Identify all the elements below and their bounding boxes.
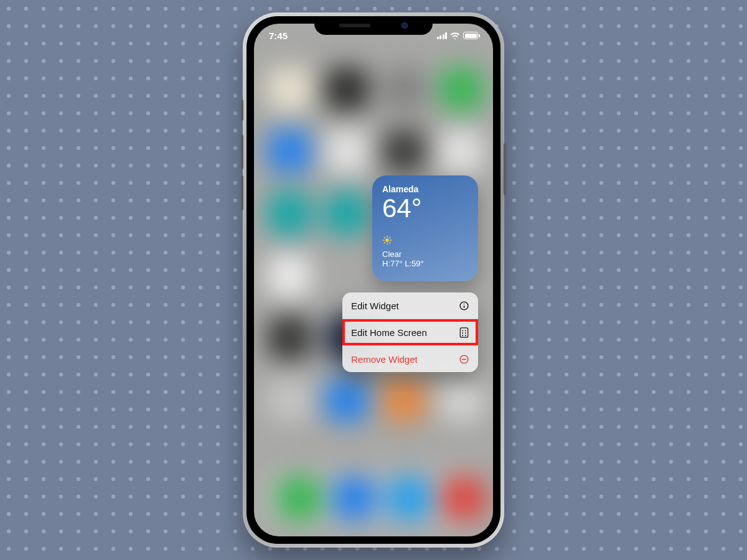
menu-item-label: Edit Home Screen [351, 327, 427, 338]
sun-icon [382, 235, 468, 247]
apps-grid-icon [458, 327, 469, 338]
minus-circle-icon [458, 353, 469, 365]
weather-location: Alameda [382, 184, 468, 194]
svg-point-14 [464, 330, 466, 331]
battery-icon [463, 32, 478, 39]
weather-condition: Clear [382, 250, 468, 259]
cell-signal-icon [437, 32, 448, 39]
volume-down-button [241, 175, 243, 210]
status-time: 7:45 [269, 30, 288, 41]
front-camera [402, 22, 408, 29]
weather-widget[interactable]: Alameda 64° Clear H:77° L:59° [372, 175, 478, 281]
menu-item-edit-widget[interactable]: Edit Widget [342, 292, 478, 319]
svg-point-11 [463, 303, 464, 304]
mute-switch [241, 100, 243, 121]
article-backdrop: 7:45 Alameda 64° C [0, 0, 747, 560]
svg-point-17 [462, 335, 463, 336]
svg-point-15 [462, 332, 463, 334]
phone-bezel: 7:45 Alameda 64° C [247, 16, 500, 544]
info-icon [458, 300, 469, 311]
side-button [504, 143, 506, 195]
weather-temperature: 64° [382, 195, 468, 222]
menu-item-label: Edit Widget [351, 301, 399, 311]
svg-line-8 [389, 237, 390, 238]
svg-point-13 [462, 330, 463, 331]
notch [314, 16, 433, 35]
svg-line-6 [389, 242, 390, 243]
wifi-icon [450, 32, 460, 39]
svg-line-5 [384, 237, 385, 238]
svg-line-7 [384, 242, 385, 243]
menu-item-label: Remove Widget [351, 354, 418, 365]
earpiece-speaker [339, 24, 370, 27]
svg-rect-12 [460, 327, 467, 337]
phone-screen[interactable]: 7:45 Alameda 64° C [254, 24, 493, 536]
menu-item-remove-widget[interactable]: Remove Widget [342, 346, 478, 372]
svg-point-16 [464, 332, 466, 334]
svg-point-18 [464, 335, 466, 336]
volume-up-button [241, 134, 243, 169]
svg-point-0 [385, 238, 388, 241]
menu-item-edit-home-screen[interactable]: Edit Home Screen [342, 319, 478, 346]
weather-hi-lo: H:77° L:59° [382, 259, 468, 268]
phone-frame: 7:45 Alameda 64° C [243, 12, 504, 548]
widget-context-menu: Edit Widget Edit Home Screen Remove Widg… [342, 292, 478, 372]
